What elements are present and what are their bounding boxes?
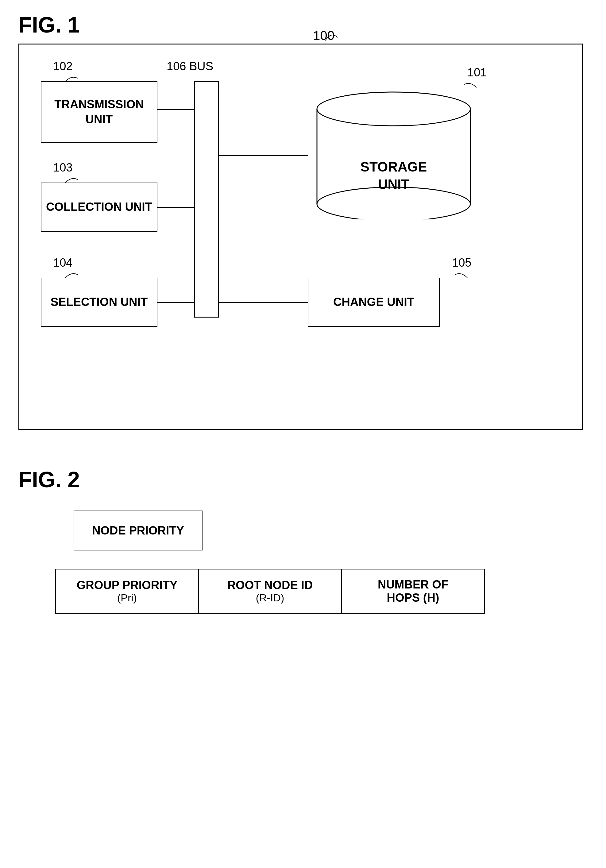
collection-unit-box: COLLECTION UNIT xyxy=(41,183,157,232)
ref-101: 101 xyxy=(467,66,487,79)
fig2-node-priority-box: NODE PRIORITY xyxy=(74,510,203,550)
fig1-section: FIG. 1 100 102 TRANSMISSION UNIT 103 COL… xyxy=(19,12,587,430)
fig2-label: FIG. 2 xyxy=(19,467,587,492)
ref-105: 105 xyxy=(452,256,471,270)
connector-bus-storage xyxy=(219,155,308,156)
ref-103: 103 xyxy=(53,161,73,174)
fig2-section: FIG. 2 NODE PRIORITY GROUP PRIORITY (Pri… xyxy=(19,467,587,614)
ref-106-bus: 106 BUS xyxy=(167,60,213,73)
fig1-container: 102 TRANSMISSION UNIT 103 COLLECTION UNI… xyxy=(19,43,583,430)
connector-col-bus xyxy=(157,207,197,208)
transmission-unit-box: TRANSMISSION UNIT xyxy=(41,81,157,143)
fig2-col2: ROOT NODE ID (R-ID) xyxy=(198,569,341,613)
fig1-label: FIG. 1 xyxy=(19,12,587,37)
fig2-table: GROUP PRIORITY (Pri) ROOT NODE ID (R-ID)… xyxy=(55,569,485,614)
fig2-col1: GROUP PRIORITY (Pri) xyxy=(56,569,198,613)
fig2-col3: NUMBER OF HOPS (H) xyxy=(341,569,485,613)
selection-unit-box: SELECTION UNIT xyxy=(41,277,157,327)
svg-point-4 xyxy=(317,92,470,126)
ref-102: 102 xyxy=(53,60,73,73)
connector-bus-change xyxy=(219,302,308,303)
bus-vertical-bar xyxy=(194,81,219,318)
connector-tx-bus xyxy=(157,109,197,110)
ref-104: 104 xyxy=(53,256,73,270)
connector-sel-bus xyxy=(157,302,197,303)
change-unit-box: CHANGE UNIT xyxy=(308,277,440,327)
fig2-table-row: GROUP PRIORITY (Pri) ROOT NODE ID (R-ID)… xyxy=(56,569,485,613)
storage-unit-cylinder: STORAGE UNIT xyxy=(308,84,480,219)
